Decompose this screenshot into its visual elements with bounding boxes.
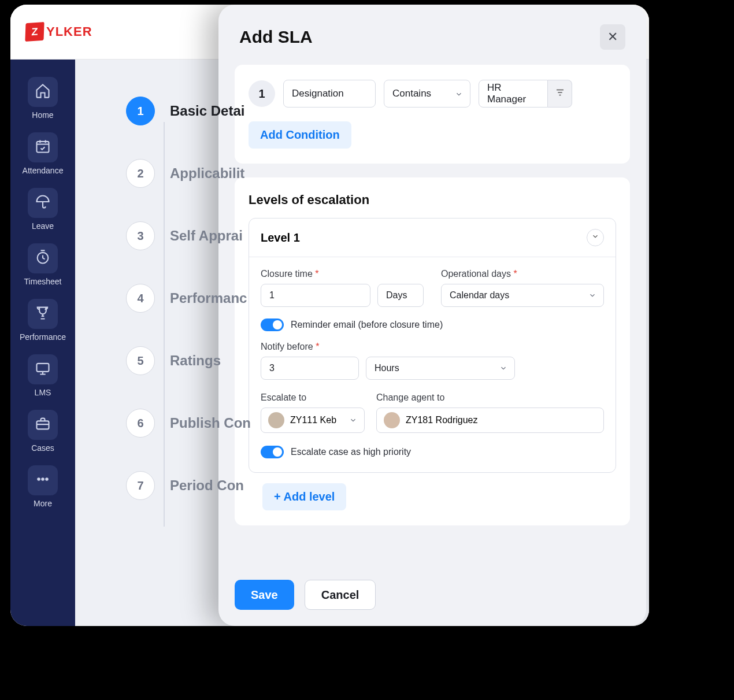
- sidenav: Home Attendance Leave Timesheet Performa…: [10, 60, 75, 626]
- svg-point-5: [42, 478, 44, 480]
- nav-home-label: Home: [32, 110, 53, 120]
- step-5[interactable]: 5Ratings: [126, 346, 633, 375]
- step-7[interactable]: 7Period Con: [126, 471, 633, 500]
- logo-mark: Z: [25, 22, 44, 42]
- nav-more-label: More: [34, 499, 52, 508]
- high-priority-row: Escalate case as high priority: [261, 446, 604, 458]
- svg-point-6: [46, 478, 48, 480]
- nav-cases[interactable]: Cases: [17, 406, 69, 456]
- closure-time-label: Closure time: [261, 269, 424, 279]
- calendar-check-icon: [35, 138, 51, 157]
- modal-header: Add SLA ✕: [218, 5, 646, 65]
- reminder-email-row: Reminder email (before closure time): [261, 318, 604, 331]
- more-icon: [35, 471, 51, 490]
- change-agent-label: Change agent to: [376, 392, 604, 403]
- step-6[interactable]: 6Publish Con: [126, 409, 633, 438]
- nav-attendance[interactable]: Attendance: [17, 129, 69, 179]
- high-priority-label: Escalate case as high priority: [291, 447, 411, 457]
- nav-timesheet-label: Timesheet: [24, 277, 62, 286]
- close-icon: ✕: [607, 29, 618, 45]
- monitor-icon: [35, 360, 51, 379]
- step-4[interactable]: 4Performanc: [126, 284, 633, 313]
- nav-leave-label: Leave: [32, 221, 54, 231]
- step-1[interactable]: 1Basic Detai: [126, 97, 633, 125]
- svg-point-4: [38, 478, 40, 480]
- nav-lms[interactable]: LMS: [17, 351, 69, 401]
- reminder-email-toggle[interactable]: [261, 318, 284, 331]
- save-button[interactable]: Save: [235, 580, 294, 610]
- trophy-icon: [35, 305, 51, 323]
- high-priority-toggle[interactable]: [261, 446, 284, 458]
- nav-performance[interactable]: Performance: [17, 295, 69, 345]
- svg-rect-3: [37, 421, 49, 429]
- umbrella-icon: [35, 194, 51, 212]
- timer-icon: [35, 249, 51, 268]
- nav-cases-label: Cases: [31, 443, 54, 453]
- brand-logo: Z YLKER: [25, 23, 92, 41]
- nav-performance-label: Performance: [20, 332, 66, 342]
- close-button[interactable]: ✕: [600, 24, 625, 50]
- nav-more[interactable]: More: [17, 462, 69, 512]
- nav-leave[interactable]: Leave: [17, 184, 69, 234]
- nav-lms-label: LMS: [35, 388, 51, 397]
- svg-rect-0: [37, 142, 49, 153]
- cancel-button[interactable]: Cancel: [305, 580, 376, 610]
- nav-timesheet[interactable]: Timesheet: [17, 240, 69, 290]
- home-icon: [35, 83, 51, 101]
- svg-rect-2: [37, 364, 49, 372]
- modal-title: Add SLA: [239, 27, 313, 47]
- logo-text: YLKER: [46, 24, 92, 39]
- nav-home[interactable]: Home: [17, 73, 69, 123]
- briefcase-icon: [35, 416, 51, 434]
- step-3[interactable]: 3Self Apprai: [126, 221, 633, 250]
- modal-footer: Save Cancel: [218, 569, 646, 626]
- nav-attendance-label: Attendance: [23, 166, 64, 175]
- step-2[interactable]: 2Applicabilit: [126, 159, 633, 188]
- add-condition-button[interactable]: Add Condition: [249, 121, 351, 149]
- operational-days-label: Operational days: [441, 269, 604, 279]
- reminder-email-label: Reminder email (before closure time): [291, 320, 443, 330]
- escalation-section-title: Levels of escalation: [249, 192, 616, 208]
- escalate-to-label: Escalate to: [261, 392, 365, 403]
